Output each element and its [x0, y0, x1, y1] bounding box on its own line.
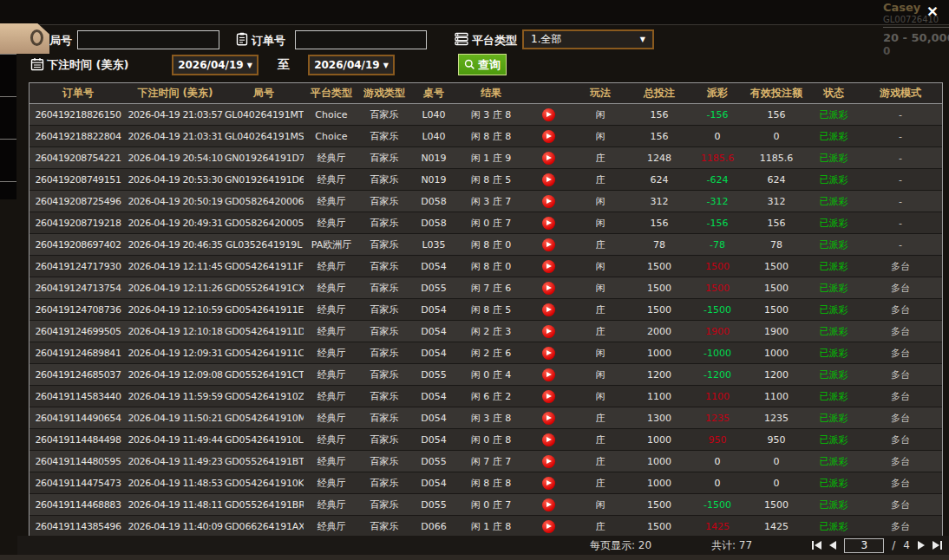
- cell-valid_bet: 1500: [744, 299, 808, 321]
- cell-status: 已派彩: [808, 104, 859, 126]
- cell-status: 已派彩: [808, 516, 859, 537]
- cell-total_bet: 312: [628, 191, 690, 212]
- cell-side: 庄: [573, 169, 628, 191]
- cell-order: 260419208749151: [29, 169, 127, 191]
- play-video-icon[interactable]: [542, 260, 555, 273]
- play-video-icon[interactable]: [542, 173, 555, 186]
- date-from-picker[interactable]: 2026/04/19 ▼: [172, 55, 259, 75]
- cell-video: [524, 191, 573, 212]
- play-video-icon[interactable]: [542, 347, 555, 360]
- play-video-icon[interactable]: [542, 303, 555, 316]
- cell-video: [524, 126, 573, 147]
- cell-payout: 1900: [690, 321, 744, 342]
- cell-order: 260419114475473: [29, 472, 127, 494]
- cell-round: GD055264191BR: [224, 494, 304, 516]
- play-video-icon[interactable]: [542, 282, 555, 295]
- cell-round: GD055264191CT: [224, 364, 304, 386]
- prev-page-icon[interactable]: [829, 541, 836, 550]
- play-video-icon[interactable]: [542, 412, 555, 425]
- round-no-input[interactable]: [77, 30, 219, 49]
- platform-type-select[interactable]: 1.全部 ▼: [522, 29, 654, 49]
- play-video-icon[interactable]: [542, 433, 555, 446]
- table-header-row: 订单号下注时间 (美东)局号平台类型游戏类型桌号结果玩法总投注派彩有效投注额状态…: [29, 83, 942, 104]
- table-row: 2604191247179302026-04-19 12:11:45GD0542…: [29, 256, 942, 277]
- cell-total_bet: 2000: [628, 321, 690, 342]
- cell-status: 已派彩: [808, 212, 859, 234]
- cell-time: 2026-04-19 11:59:59: [127, 386, 224, 407]
- last-page-icon[interactable]: [933, 541, 942, 550]
- play-video-icon[interactable]: [542, 152, 555, 165]
- date-to-picker[interactable]: 2026/04/19 ▼: [308, 55, 395, 75]
- cell-time: 2026-04-19 11:48:53: [127, 472, 224, 494]
- cell-status: 已派彩: [808, 277, 859, 299]
- strip-divider: [0, 181, 16, 182]
- cell-valid_bet: 1425: [744, 516, 808, 537]
- next-page-icon[interactable]: [918, 541, 925, 550]
- cell-table_no: D054: [409, 342, 458, 364]
- cell-mode: -: [859, 126, 942, 147]
- cell-mode: 多台: [859, 516, 942, 537]
- cell-valid_bet: 1100: [744, 386, 808, 407]
- side-tab[interactable]: [0, 23, 49, 54]
- play-video-icon[interactable]: [542, 130, 555, 143]
- cell-side: 闲: [573, 191, 628, 212]
- col-header-mode: 游戏模式: [859, 83, 942, 104]
- bet-records-table: 订单号下注时间 (美东)局号平台类型游戏类型桌号结果玩法总投注派彩有效投注额状态…: [29, 82, 943, 560]
- cell-time: 2026-04-19 20:46:35: [127, 234, 224, 256]
- cell-side: 闲: [573, 342, 628, 364]
- cell-mode: 多台: [859, 451, 942, 472]
- cell-platform: 经典厅: [304, 429, 359, 451]
- cell-order: 260419114468883: [29, 494, 127, 516]
- play-video-icon[interactable]: [542, 520, 555, 533]
- table-row: 2604191246995052026-04-19 12:10:18GD0542…: [29, 321, 942, 342]
- cell-result: 闲 3 庄 8: [458, 407, 524, 429]
- play-video-icon[interactable]: [542, 195, 555, 208]
- query-button[interactable]: 查询: [458, 54, 507, 75]
- order-no-input[interactable]: [295, 30, 427, 49]
- cell-platform: 经典厅: [304, 299, 359, 321]
- cell-total_bet: 1100: [628, 386, 690, 407]
- table-row: 2604191144844982026-04-19 11:49:44GD0542…: [29, 429, 942, 451]
- date-to-value: 2026/04/19: [314, 59, 380, 71]
- cell-platform: 经典厅: [304, 277, 359, 299]
- cell-total_bet: 1000: [628, 472, 690, 494]
- play-video-icon[interactable]: [542, 390, 555, 403]
- play-video-icon[interactable]: [542, 217, 555, 230]
- clipboard-icon: [235, 32, 249, 46]
- query-button-label: 查询: [478, 57, 501, 73]
- cell-valid_bet: 0: [744, 126, 808, 147]
- cell-side: 庄: [573, 451, 628, 472]
- cell-platform: 经典厅: [304, 191, 359, 212]
- table-row: 2604191144805952026-04-19 11:49:23GD0552…: [29, 451, 942, 472]
- page-count: 4: [903, 539, 910, 551]
- cell-table_no: D058: [409, 191, 458, 212]
- play-video-icon[interactable]: [542, 498, 555, 511]
- table-footer: 每页显示: 20 共计: 77 / 4: [17, 536, 949, 555]
- page-number-input[interactable]: [844, 538, 884, 553]
- cell-game: 百家乐: [359, 429, 409, 451]
- bet-time-label: 下注时间 (美东): [47, 57, 128, 73]
- close-icon[interactable]: ✕: [921, 2, 944, 21]
- cell-status: 已派彩: [808, 342, 859, 364]
- play-video-icon[interactable]: [542, 455, 555, 468]
- play-video-icon[interactable]: [542, 477, 555, 490]
- play-video-icon[interactable]: [542, 368, 555, 381]
- cell-result: 闲 1 庄 8: [458, 516, 524, 537]
- cell-mode: 多台: [859, 364, 942, 386]
- play-video-icon[interactable]: [542, 108, 555, 121]
- cell-video: [524, 407, 573, 429]
- cell-result: 闲 0 庄 4: [458, 364, 524, 386]
- cell-result: 闲 6 庄 2: [458, 386, 524, 407]
- play-video-icon[interactable]: [542, 238, 555, 251]
- strip-divider: [0, 96, 16, 97]
- cell-game: 百家乐: [359, 169, 409, 191]
- cell-time: 2026-04-19 12:11:26: [127, 277, 224, 299]
- play-video-icon[interactable]: [542, 325, 555, 338]
- cell-total_bet: 624: [628, 169, 690, 191]
- cell-payout: 1185.6: [690, 147, 744, 169]
- cell-game: 百家乐: [359, 212, 409, 234]
- cell-round: GD055264191BT: [224, 451, 304, 472]
- cell-valid_bet: 1235: [744, 407, 808, 429]
- cell-valid_bet: 156: [744, 104, 808, 126]
- first-page-icon[interactable]: [812, 541, 821, 550]
